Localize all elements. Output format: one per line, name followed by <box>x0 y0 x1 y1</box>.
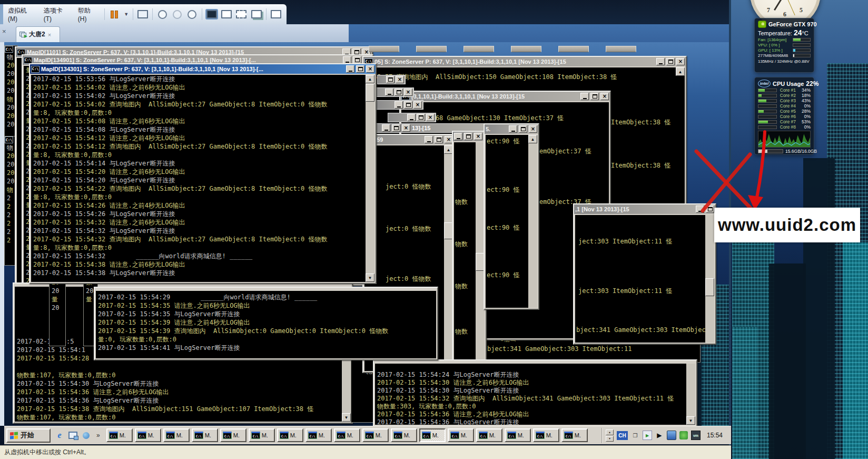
maximize-button[interactable] <box>394 89 403 96</box>
unity-button[interactable] <box>251 9 262 19</box>
window-titlebar-stub[interactable]: × <box>377 75 406 84</box>
console-window-right[interactable]: ,1 [Nov 13 2013]-[15 ject:303 ItemObject… <box>573 203 716 345</box>
close-button[interactable]: × <box>404 89 412 96</box>
scroll-up-button[interactable]: ▲ <box>528 135 537 143</box>
maximize-button[interactable] <box>356 65 364 73</box>
taskbar-button[interactable]: C:\ M. <box>305 428 332 442</box>
minimize-button[interactable] <box>394 101 403 109</box>
scrollbar[interactable]: ▲ <box>528 135 537 308</box>
taskbar-button[interactable]: C:\ M. <box>277 428 303 442</box>
window-titlebar[interactable]: C:\ 05] S: ZoneServer P: 637, V: [3,1,10… <box>363 57 686 66</box>
close-sidebar-icon[interactable]: × <box>2 27 6 35</box>
window-titlebar[interactable]: ,1 [Nov 13 2013]-[15 <box>574 204 715 214</box>
pause-button[interactable] <box>109 9 120 19</box>
scroll-down-button[interactable]: ▼ <box>342 413 351 422</box>
tray-vmware-tools-icon[interactable]: vm <box>691 431 701 440</box>
close-button[interactable]: × <box>676 58 685 65</box>
taskbar-button[interactable]: C:\ M. <box>505 428 531 442</box>
maximize-button[interactable] <box>435 136 443 143</box>
snapshot-take-button[interactable] <box>157 9 167 19</box>
minimize-button[interactable] <box>454 133 462 140</box>
language-indicator[interactable]: CH <box>617 431 628 440</box>
close-button[interactable]: × <box>600 93 609 100</box>
taskbar-clock[interactable]: 15:54 <box>704 432 726 439</box>
menu-item-tabs[interactable]: 选项卡(T) <box>41 5 71 24</box>
maximize-button[interactable] <box>404 101 412 109</box>
tray-play-icon[interactable]: ▶ <box>655 431 664 440</box>
vm-tab-close-icon[interactable]: × <box>48 32 51 38</box>
minimize-button[interactable] <box>385 89 393 96</box>
minimize-button[interactable] <box>580 93 589 100</box>
maximize-button[interactable] <box>353 56 361 64</box>
minimize-button[interactable] <box>425 136 433 143</box>
scrollbar[interactable]: ▲ ▼ <box>366 75 374 282</box>
scroll-thumb[interactable] <box>705 278 714 296</box>
menu-item-help[interactable]: 帮助(H) <box>75 5 100 24</box>
close-button[interactable]: × <box>474 133 482 140</box>
maximize-button[interactable] <box>666 58 675 65</box>
maximize-button[interactable] <box>392 124 400 132</box>
console-window-middle[interactable]: 2017-02-15 15:54:29 ______向world请求商城信息! … <box>94 287 438 360</box>
close-button[interactable]: × <box>366 65 374 73</box>
show-library-button[interactable] <box>206 9 217 19</box>
menu-item-vm[interactable]: 虚拟机(M) <box>5 5 37 24</box>
scroll-down-button[interactable]: ▼ <box>366 274 374 282</box>
minimize-button[interactable] <box>346 65 354 73</box>
close-button[interactable]: × <box>402 124 410 132</box>
taskbar-button[interactable]: C:\ M. <box>220 428 246 442</box>
tray-scroll-up-icon[interactable]: ▲ <box>606 429 614 435</box>
show-desktop-icon[interactable] <box>68 431 77 440</box>
maximize-button[interactable] <box>590 93 599 100</box>
scroll-thumb[interactable] <box>366 84 374 102</box>
maximize-button[interactable] <box>386 76 394 83</box>
minimize-button[interactable] <box>509 125 517 133</box>
scroll-up-button[interactable]: ▲ <box>366 75 374 83</box>
start-button[interactable]: 开始 <box>6 428 51 443</box>
scrollbar[interactable] <box>705 215 714 343</box>
taskbar-button[interactable]: C:\ M. <box>163 428 190 442</box>
minimize-button[interactable] <box>343 56 351 64</box>
taskbar-button[interactable]: C:\ M. <box>419 428 446 442</box>
tray-network-icon[interactable] <box>667 431 676 440</box>
maximize-button[interactable] <box>519 125 527 133</box>
window-titlebar[interactable]: × <box>453 132 486 141</box>
console-window-narrow[interactable]: × 物数 物数 物数 物数 ▼ <box>452 131 487 373</box>
tray-window-icon[interactable]: ❐ <box>631 431 639 440</box>
tray-scroll-down-icon[interactable]: ▼ <box>606 436 614 442</box>
taskbar-button[interactable]: C:\ M. <box>106 428 133 442</box>
minimize-button[interactable] <box>696 206 704 213</box>
tray-safely-remove-icon[interactable] <box>679 431 688 440</box>
close-button[interactable]: × <box>529 125 537 133</box>
messenger-icon[interactable] <box>81 431 91 440</box>
tray-scroll-buttons[interactable]: ▲▼ <box>606 429 614 442</box>
close-button[interactable]: × <box>413 101 422 109</box>
taskbar-button[interactable]: C:\ M. <box>391 428 417 442</box>
scrollbar[interactable]: ▼ <box>686 364 695 425</box>
console-window-mapid-134301[interactable]: C:\ MapID[134301] S: ZoneServer P: 637, … <box>29 63 377 284</box>
maximize-button[interactable] <box>417 114 425 121</box>
taskbar-button[interactable]: C:\ M. <box>476 428 502 442</box>
tray-scheduler-icon[interactable]: ▶ <box>643 431 652 440</box>
snapshot-revert-button[interactable] <box>172 9 183 19</box>
taskbar-button[interactable]: C:\ M. <box>362 428 389 442</box>
maximize-button[interactable] <box>464 133 472 140</box>
fullscreen-button[interactable] <box>236 9 246 19</box>
window-titlebar-stub[interactable]: × <box>388 113 436 122</box>
taskbar-button[interactable]: C:\ M. <box>249 428 275 442</box>
window-titlebar-stub[interactable]: × <box>375 100 423 110</box>
taskbar-button[interactable]: C:\ M. <box>533 428 559 442</box>
taskbar-button[interactable]: C:\ M. <box>448 428 474 442</box>
console-view-button[interactable] <box>221 9 232 19</box>
internet-explorer-icon[interactable]: e <box>55 431 64 440</box>
taskbar-button[interactable]: C:\ M. <box>192 428 218 442</box>
pause-dropdown-icon[interactable]: ▼ <box>124 12 129 17</box>
vm-tab[interactable]: ▶ 大唐2 × <box>16 26 60 42</box>
minimize-button[interactable] <box>656 58 665 65</box>
console-window-bottom-right[interactable]: 2017-02-15 15:54:24 与LogServer断开连接2017-0… <box>373 359 697 427</box>
maximize-button[interactable] <box>706 206 714 213</box>
summary-view-button[interactable] <box>271 9 281 19</box>
minimize-button[interactable] <box>407 114 416 121</box>
close-button[interactable]: × <box>426 114 435 121</box>
send-ctrl-alt-del-button[interactable] <box>137 9 148 19</box>
close-button[interactable]: × <box>396 76 404 83</box>
